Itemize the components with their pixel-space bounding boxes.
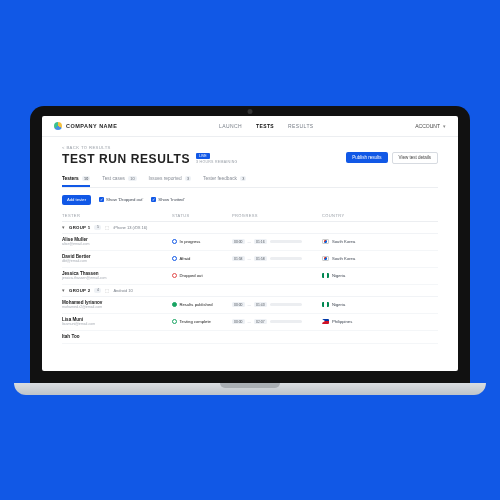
flag-icon [322, 319, 329, 324]
country-label: Nigeria [332, 302, 345, 307]
status-cell: Afraid [172, 256, 232, 261]
group-name: GROUP 1 [69, 225, 90, 230]
country-label: South Korea [332, 239, 355, 244]
tester-cell: Mohamed Iyrianovmohamed.r2@email.com [62, 300, 172, 309]
progress-from: 00:00 [232, 302, 245, 307]
device-icon: ⬚ [105, 288, 109, 293]
nav-results[interactable]: RESULTS [288, 123, 314, 129]
group-row[interactable]: ▾GROUP 24⬚Android 10 [62, 285, 438, 297]
status-dot-icon [172, 273, 177, 278]
tab-cases[interactable]: Test cases 10 [102, 176, 136, 187]
table-row[interactable]: Alise Mulleralise@email.comIn progress00… [62, 234, 438, 251]
group-device: iPhone 13 (iOS 16) [113, 225, 147, 230]
col-progress: PROGRESS [232, 213, 322, 218]
tab-feedback-label: Tester feedback [203, 176, 237, 181]
tab-cases-count: 10 [128, 176, 136, 181]
toolbar: Add tester ✓ Show 'Dropped out' ✓ Show '… [62, 195, 438, 205]
country-cell: Nigeria [322, 302, 412, 307]
table-row[interactable]: Lisa Munilisamuni@email.comTesting compl… [62, 314, 438, 331]
run-meta: LIVE 3 HOURS REMAINING [196, 153, 237, 164]
show-dropped-checkbox[interactable]: ✓ Show 'Dropped out' [99, 197, 143, 202]
progress-to: 02:07 [254, 319, 267, 324]
tab-testers-label: Testers [62, 176, 79, 181]
laptop-notch [220, 383, 280, 388]
time-remaining: 3 HOURS REMAINING [196, 160, 237, 164]
account-label: ACCOUNT [415, 123, 440, 129]
brand-name: COMPANY NAME [66, 123, 117, 129]
status-dot-icon [172, 319, 177, 324]
tab-feedback[interactable]: Tester feedback 3 [203, 176, 246, 187]
chevron-down-icon: ▾ [443, 123, 446, 129]
breadcrumb-back[interactable]: < BACK TO RESULTS [62, 145, 438, 150]
table-row[interactable]: Itah Too [62, 331, 438, 344]
flag-icon [322, 273, 329, 278]
tester-cell: Itah Too [62, 334, 172, 339]
account-menu[interactable]: ACCOUNT ▾ [415, 123, 446, 129]
publish-button[interactable]: Publish results [346, 152, 387, 163]
status-dot-icon [172, 256, 177, 261]
tab-issues[interactable]: Issues reported 3 [149, 176, 192, 187]
screen-bezel: COMPANY NAME LAUNCH TESTS RESULTS ACCOUN… [30, 106, 470, 383]
page-title: TEST RUN RESULTS [62, 152, 190, 166]
table-row[interactable]: David Bertierdbt@email.comAfraid01:58—01… [62, 251, 438, 268]
tester-email: dbt@email.com [62, 259, 172, 263]
title-actions: Publish results View test details [346, 152, 438, 164]
tester-name: Itah Too [62, 334, 172, 339]
topbar: COMPANY NAME LAUNCH TESTS RESULTS ACCOUN… [42, 116, 458, 137]
nav-tests[interactable]: TESTS [256, 123, 274, 129]
progress-bar [270, 320, 302, 323]
tester-email: alise@email.com [62, 242, 172, 246]
country-label: South Korea [332, 256, 355, 261]
table-row[interactable]: Mohamed Iyrianovmohamed.r2@email.comResu… [62, 297, 438, 314]
camera-dot [248, 109, 253, 114]
status-label: Results published [180, 302, 213, 307]
group-count: 5 [94, 225, 101, 230]
group-row[interactable]: ▾GROUP 15⬚iPhone 13 (iOS 16) [62, 222, 438, 234]
brand[interactable]: COMPANY NAME [54, 122, 117, 130]
tester-cell: Jessica Thassenjessica.thassen@email.com [62, 271, 172, 280]
page: < BACK TO RESULTS TEST RUN RESULTS LIVE … [42, 137, 458, 352]
progress-bar [270, 257, 302, 260]
progress-cell: 00:00—01:16 [232, 239, 322, 244]
table-row[interactable]: Jessica Thassenjessica.thassen@email.com… [62, 268, 438, 285]
tester-cell: David Bertierdbt@email.com [62, 254, 172, 263]
progress-dash: — [248, 257, 252, 261]
laptop-mockup: COMPANY NAME LAUNCH TESTS RESULTS ACCOUN… [30, 106, 470, 395]
col-country: COUNTRY [322, 213, 412, 218]
progress-to: 01:43 [254, 302, 267, 307]
col-tester: TESTER [62, 213, 172, 218]
nav-launch[interactable]: LAUNCH [219, 123, 242, 129]
show-invited-label: Show 'Invited' [158, 197, 184, 202]
app-root: COMPANY NAME LAUNCH TESTS RESULTS ACCOUN… [42, 116, 458, 352]
show-invited-checkbox[interactable]: ✓ Show 'Invited' [151, 197, 184, 202]
country-label: Philippines [332, 319, 352, 324]
country-label: Nigeria [332, 273, 345, 278]
status-cell: Results published [172, 302, 232, 307]
country-cell: South Korea [322, 239, 412, 244]
table-body: ▾GROUP 15⬚iPhone 13 (iOS 16)Alise Muller… [62, 222, 438, 344]
device-icon: ⬚ [105, 225, 109, 230]
laptop-base [14, 383, 486, 395]
group-device: Android 10 [113, 288, 132, 293]
progress-cell: 00:00—02:07 [232, 319, 322, 324]
primary-nav: LAUNCH TESTS RESULTS [219, 123, 314, 129]
caret-down-icon: ▾ [62, 225, 65, 230]
title-bar: TEST RUN RESULTS LIVE 3 HOURS REMAINING … [62, 152, 438, 166]
tab-testers-count: 10 [82, 176, 90, 181]
add-tester-button[interactable]: Add tester [62, 195, 91, 205]
tester-cell: Alise Mulleralise@email.com [62, 237, 172, 246]
tester-email: jessica.thassen@email.com [62, 276, 172, 280]
country-cell: Nigeria [322, 273, 412, 278]
status-label: Testing complete [180, 319, 211, 324]
tab-testers[interactable]: Testers 10 [62, 176, 90, 187]
country-cell: Philippines [322, 319, 412, 324]
check-icon: ✓ [99, 197, 104, 202]
status-label: In progress [180, 239, 201, 244]
caret-down-icon: ▾ [62, 288, 65, 293]
view-details-button[interactable]: View test details [392, 152, 438, 164]
progress-from: 00:00 [232, 319, 245, 324]
tester-email: lisamuni@email.com [62, 322, 172, 326]
status-dot-icon [172, 239, 177, 244]
flag-icon [322, 256, 329, 261]
progress-bar [270, 240, 302, 243]
